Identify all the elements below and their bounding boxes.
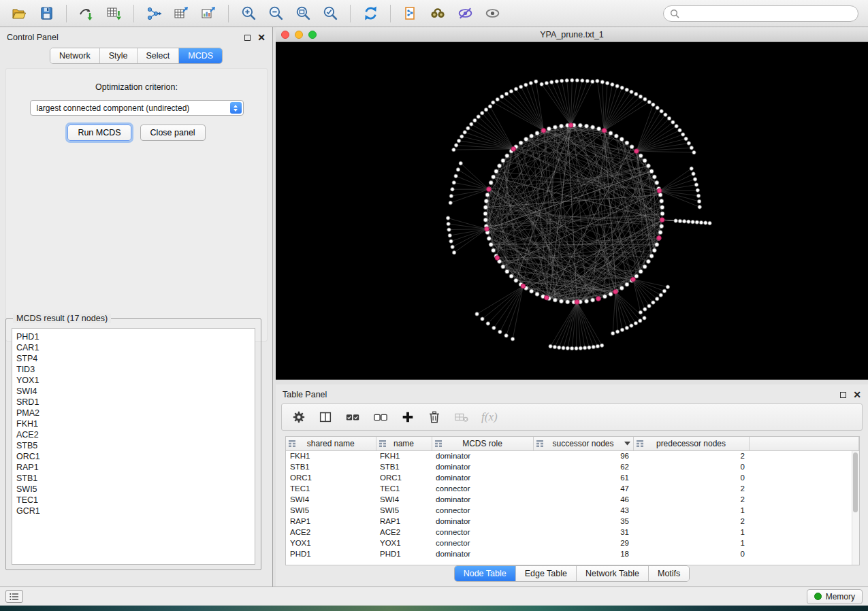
network-window-titlebar[interactable]: YPA_prune.txt_1	[276, 27, 868, 42]
table-row[interactable]: FKH1FKH1dominator962	[286, 450, 859, 461]
table-cell: 62	[533, 461, 633, 472]
table-row[interactable]: STB1STB1dominator620	[286, 461, 859, 472]
float-panel-icon[interactable]	[244, 35, 251, 41]
zoom-out-button[interactable]	[263, 3, 288, 24]
run-mcds-button[interactable]: Run MCDS	[67, 125, 131, 141]
deselect-all-button[interactable]	[372, 409, 389, 425]
eye-icon	[484, 5, 501, 22]
clear-button[interactable]	[453, 409, 470, 425]
mcds-result-node[interactable]: ACE2	[16, 429, 255, 440]
mcds-result-node[interactable]: GCR1	[16, 506, 255, 516]
search-field[interactable]	[663, 5, 858, 22]
table-cell: 31	[533, 527, 633, 538]
search-network-button[interactable]	[425, 3, 450, 24]
select-all-button[interactable]	[344, 409, 361, 425]
split-panel-button[interactable]	[318, 409, 333, 425]
mcds-result-node[interactable]: CAR1	[16, 342, 255, 353]
tab-motifs[interactable]: Motifs	[649, 566, 689, 581]
mcds-result-node[interactable]: STB1	[16, 473, 255, 484]
search-input[interactable]	[684, 8, 852, 19]
mcds-result-list[interactable]: PHD1CAR1STP4TID3YOX1SWI4SRD1PMA2FKH1ACE2…	[12, 328, 255, 565]
tab-node-table[interactable]: Node Table	[455, 566, 516, 581]
zoom-fit-button[interactable]	[291, 3, 315, 24]
table-cell: FKH1	[286, 450, 376, 461]
open-button[interactable]	[7, 3, 31, 24]
delete-row-button[interactable]	[427, 409, 442, 425]
mcds-result-node[interactable]: FKH1	[16, 418, 255, 429]
table-row[interactable]: PHD1PHD1dominator180	[286, 548, 859, 559]
column-header-name[interactable]: name	[376, 437, 432, 450]
table-row[interactable]: RAP1RAP1dominator352	[286, 516, 859, 527]
tab-select[interactable]: Select	[138, 48, 180, 63]
show-all-button[interactable]	[480, 3, 504, 24]
float-table-panel-icon[interactable]	[840, 392, 846, 398]
table-cell: TEC1	[376, 483, 432, 494]
mcds-result-node[interactable]: RAP1	[16, 462, 255, 473]
tab-style[interactable]: Style	[100, 48, 138, 63]
table-cell: 1	[633, 538, 749, 548]
function-builder-button[interactable]: f(x)	[481, 409, 498, 425]
mcds-result-node[interactable]: SWI5	[16, 484, 255, 495]
table-row[interactable]: ORC1ORC1dominator610	[286, 472, 859, 483]
mcds-result-node[interactable]: TEC1	[16, 495, 255, 506]
column-header-successor-nodes[interactable]: successor nodes	[533, 437, 633, 450]
network-window-title: YPA_prune.txt_1	[276, 30, 868, 39]
network-canvas[interactable]	[276, 42, 868, 380]
tab-network-table[interactable]: Network Table	[577, 566, 649, 581]
column-header-shared-name[interactable]: shared name	[286, 437, 376, 450]
mcds-result-node[interactable]: ORC1	[16, 451, 255, 462]
table-cell: STB1	[286, 461, 376, 472]
import-network-button[interactable]	[74, 3, 99, 24]
import-table-button[interactable]	[101, 3, 126, 24]
export-table-button[interactable]	[169, 3, 193, 24]
table-scrollbar[interactable]	[852, 451, 859, 565]
attribute-icon	[536, 440, 543, 447]
table-row[interactable]: ACE2ACE2connector311	[286, 527, 859, 538]
table-cell: SWI4	[376, 494, 432, 505]
toolbar-separator	[228, 5, 229, 22]
export-image-button[interactable]	[196, 3, 221, 24]
tab-network[interactable]: Network	[50, 48, 100, 63]
share-document-button[interactable]	[398, 3, 423, 24]
export-table-icon	[173, 5, 189, 22]
mcds-result-node[interactable]: STP4	[16, 353, 255, 364]
table-settings-button[interactable]	[291, 409, 306, 425]
close-panel-button[interactable]: Close panel	[140, 125, 206, 141]
show-panels-button[interactable]	[5, 590, 23, 603]
mcds-result-node[interactable]: STB5	[16, 440, 255, 451]
table-row[interactable]: TEC1TEC1connector472	[286, 483, 859, 494]
mcds-result-node[interactable]: TID3	[16, 364, 255, 375]
mcds-result-node[interactable]: PHD1	[16, 331, 255, 342]
memory-button[interactable]: Memory	[807, 589, 863, 604]
close-table-panel-icon[interactable]: ✕	[853, 391, 861, 398]
save-button[interactable]	[34, 3, 59, 24]
deselect-all-icon	[372, 410, 389, 425]
refresh-button[interactable]	[358, 3, 383, 24]
column-header-predecessor-nodes[interactable]: predecessor nodes	[633, 437, 749, 450]
table-cell: ORC1	[376, 472, 432, 483]
scrollbar-thumb[interactable]	[853, 452, 858, 512]
tab-mcds[interactable]: MCDS	[179, 48, 222, 63]
mcds-result-node[interactable]: PMA2	[16, 408, 255, 418]
tab-edge-table[interactable]: Edge Table	[516, 566, 577, 581]
export-network-button[interactable]	[142, 3, 166, 24]
table-row[interactable]: SWI5SWI5connector431	[286, 505, 859, 516]
column-header-mcds-role[interactable]: MCDS role	[432, 437, 533, 450]
table-cell: 47	[533, 483, 633, 494]
table-row[interactable]: YOX1YOX1connector291	[286, 538, 859, 548]
mcds-result-node[interactable]: SWI4	[16, 386, 255, 397]
mcds-result-node[interactable]: YOX1	[16, 375, 255, 386]
table-panel: Table Panel ✕	[276, 384, 868, 587]
table-row[interactable]: SWI4SWI4dominator462	[286, 494, 859, 505]
table-cell: 1	[633, 505, 749, 516]
zoom-in-button[interactable]	[236, 3, 261, 24]
zoom-selected-button[interactable]	[318, 3, 342, 24]
network-graph[interactable]	[276, 42, 868, 380]
table-cell: dominator	[432, 548, 533, 559]
criterion-select[interactable]: largest connected component (undirected)	[30, 100, 244, 116]
mcds-result-node[interactable]: SRD1	[16, 397, 255, 408]
hide-selected-button[interactable]	[453, 3, 477, 24]
attribute-icon	[637, 440, 643, 447]
close-panel-icon[interactable]: ✕	[257, 34, 266, 41]
add-row-button[interactable]	[400, 409, 415, 425]
